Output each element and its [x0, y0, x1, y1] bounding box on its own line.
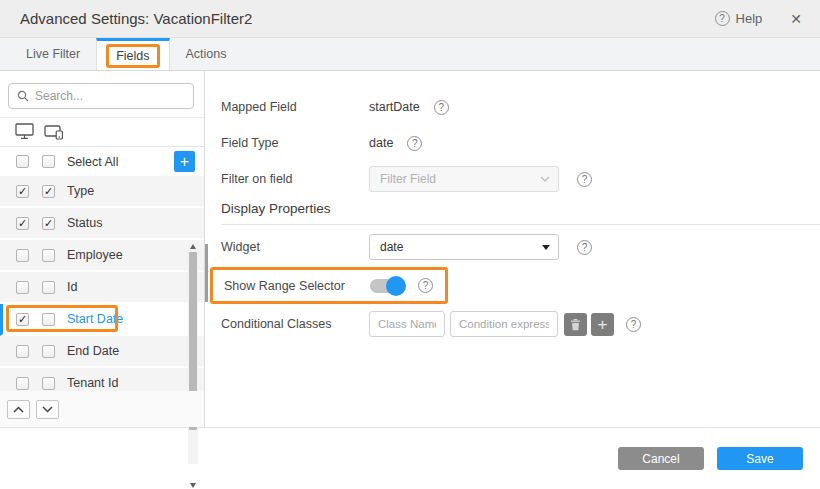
- field-checkbox-mobile[interactable]: [42, 217, 55, 230]
- field-checkbox-desktop[interactable]: [16, 313, 29, 326]
- select-all-row: Select All +: [0, 147, 204, 176]
- tab-live-filter[interactable]: Live Filter: [10, 38, 96, 70]
- field-row-status[interactable]: Status: [0, 208, 204, 240]
- field-type-value: date: [369, 136, 393, 150]
- field-row-label: Employee: [67, 248, 123, 262]
- field-row-label: Start Date: [67, 312, 123, 326]
- mapped-field-row: Mapped Field startDate ?: [205, 89, 820, 125]
- select-all-label: Select All: [67, 155, 118, 169]
- scroll-up-icon[interactable]: [190, 244, 196, 249]
- search-input[interactable]: Search...: [8, 83, 194, 109]
- field-row-type[interactable]: Type: [0, 176, 204, 208]
- show-range-selector-toggle[interactable]: [370, 279, 404, 293]
- add-condition-button[interactable]: +: [591, 313, 614, 336]
- field-checkbox-mobile[interactable]: [42, 185, 55, 198]
- sidebar-scrollbar[interactable]: [188, 240, 198, 464]
- mapped-field-value: startDate: [369, 100, 420, 114]
- field-row-end-date[interactable]: End Date: [0, 336, 204, 368]
- field-row-employee[interactable]: Employee: [0, 240, 204, 272]
- field-checkbox-mobile[interactable]: [42, 249, 55, 262]
- cancel-button[interactable]: Cancel: [618, 447, 704, 470]
- move-up-button[interactable]: [7, 400, 30, 419]
- filter-on-field-label: Filter on field: [221, 172, 369, 186]
- field-row-label: End Date: [67, 344, 119, 358]
- tab-bar: Live Filter Fields Actions: [0, 38, 820, 71]
- move-down-button[interactable]: [36, 400, 59, 419]
- dialog-title: Advanced Settings: VacationFilter2: [20, 10, 252, 27]
- field-settings-panel: Mapped Field startDate ? Field Type date…: [205, 71, 820, 427]
- field-checkbox-desktop[interactable]: [16, 281, 29, 294]
- help-icon[interactable]: ?: [418, 278, 433, 293]
- help-label: Help: [736, 11, 763, 26]
- help-icon[interactable]: ?: [577, 240, 592, 255]
- field-row-label: Id: [67, 280, 77, 294]
- tab-fields-label: Fields: [106, 44, 159, 68]
- search-placeholder: Search...: [35, 89, 83, 103]
- field-checkbox-desktop[interactable]: [16, 377, 29, 390]
- widget-select[interactable]: date: [369, 234, 559, 260]
- display-properties-heading: Display Properties: [221, 201, 820, 225]
- scroll-down-icon[interactable]: [190, 483, 196, 488]
- toggle-knob: [386, 276, 406, 296]
- field-row-label: Status: [67, 216, 102, 230]
- field-type-row: Field Type date ?: [205, 125, 820, 161]
- field-checkbox-desktop[interactable]: [16, 249, 29, 262]
- help-icon[interactable]: ?: [434, 100, 449, 115]
- conditional-classes-label: Conditional Classes: [221, 317, 369, 331]
- help-circle-icon: ?: [715, 11, 730, 26]
- field-checkbox-mobile[interactable]: [42, 345, 55, 358]
- field-list: TypeStatusEmployeeIdStart DateEnd DateTe…: [0, 176, 204, 400]
- field-row-id[interactable]: Id: [0, 272, 204, 304]
- mapped-field-label: Mapped Field: [221, 100, 369, 114]
- field-checkbox-mobile[interactable]: [42, 377, 55, 390]
- device-column-header: [0, 118, 204, 147]
- widget-label: Widget: [221, 240, 369, 254]
- dialog-header: Advanced Settings: VacationFilter2 ? Hel…: [0, 0, 820, 38]
- search-icon: [17, 90, 29, 102]
- field-row-start-date[interactable]: Start Date: [0, 304, 204, 336]
- trash-icon: [570, 318, 581, 331]
- help-icon[interactable]: ?: [577, 172, 592, 187]
- mobile-devices-icon: [44, 124, 64, 140]
- filter-field-placeholder: Filter Field: [380, 172, 436, 186]
- help-button[interactable]: ? Help: [715, 11, 763, 26]
- fields-sidebar: Search... Select All +: [0, 71, 205, 427]
- dialog-footer: Cancel Save: [0, 428, 820, 488]
- help-icon[interactable]: ?: [626, 317, 641, 332]
- select-all-checkbox-mobile[interactable]: [42, 155, 55, 168]
- tab-actions-label: Actions: [186, 47, 227, 61]
- chevron-up-icon: [13, 406, 24, 413]
- field-type-label: Field Type: [221, 136, 369, 150]
- condition-expression-input[interactable]: [450, 311, 558, 337]
- dropdown-caret-icon: [542, 245, 550, 250]
- field-row-label: Tenant Id: [67, 376, 118, 390]
- save-button[interactable]: Save: [717, 447, 803, 470]
- delete-condition-button[interactable]: [564, 313, 587, 336]
- tab-actions[interactable]: Actions: [170, 38, 243, 70]
- advanced-settings-dialog: Advanced Settings: VacationFilter2 ? Hel…: [0, 0, 820, 489]
- field-checkbox-mobile[interactable]: [42, 313, 55, 326]
- panel-scrollbar-thumb[interactable]: [205, 244, 208, 302]
- show-range-selector-label: Show Range Selector: [224, 279, 370, 293]
- show-range-selector-highlight: Show Range Selector ?: [210, 267, 448, 304]
- add-field-button[interactable]: +: [174, 151, 195, 172]
- field-checkbox-desktop[interactable]: [16, 217, 29, 230]
- select-all-checkbox-desktop[interactable]: [16, 155, 29, 168]
- field-checkbox-desktop[interactable]: [16, 345, 29, 358]
- chevron-down-icon: [42, 406, 53, 413]
- chevron-down-icon: [540, 176, 550, 182]
- desktop-icon: [15, 123, 35, 140]
- conditional-classes-row: Conditional Classes + ?: [205, 306, 820, 342]
- widget-selected-value: date: [380, 240, 403, 254]
- tab-fields[interactable]: Fields: [96, 38, 169, 70]
- field-checkbox-mobile[interactable]: [42, 281, 55, 294]
- class-name-input[interactable]: [369, 311, 445, 337]
- field-checkbox-desktop[interactable]: [16, 185, 29, 198]
- tab-live-filter-label: Live Filter: [26, 47, 80, 61]
- reorder-controls: [0, 391, 204, 427]
- filter-field-select: Filter Field: [369, 166, 559, 192]
- field-row-label: Type: [67, 184, 94, 198]
- help-icon[interactable]: ?: [407, 136, 422, 151]
- widget-row: Widget date ?: [205, 229, 820, 265]
- close-icon[interactable]: ✕: [786, 9, 806, 29]
